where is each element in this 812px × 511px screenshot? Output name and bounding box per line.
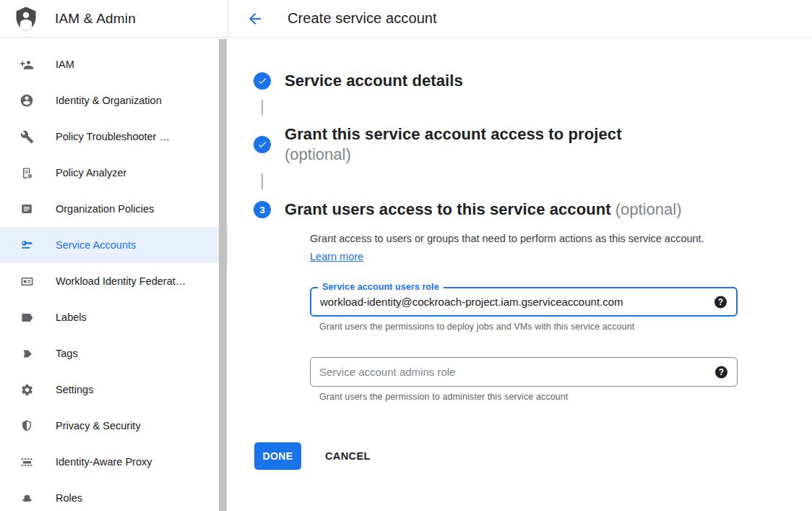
sidebar-item-label: Identity-Aware Proxy (56, 456, 152, 468)
service-account-key-icon (20, 238, 34, 252)
sidebar-item-roles[interactable]: Roles (0, 480, 228, 511)
users-role-field-label: Service account users role (318, 282, 444, 292)
admins-role-field-group: ? Grant users the permission to administ… (310, 357, 812, 402)
description-text: Grant access to users or groups that nee… (310, 233, 704, 244)
step-2: Grant this service account access to pro… (254, 124, 812, 165)
step-3: 3 Grant users access to this service acc… (254, 199, 812, 220)
admins-role-helper-text: Grant users the permission to administer… (310, 392, 812, 402)
admins-role-field-box: ? (310, 357, 738, 387)
sidebar-item-iam[interactable]: IAM (0, 46, 228, 82)
step-1: Service account details (254, 71, 812, 91)
sidebar-item-service-accounts[interactable]: Service Accounts (0, 227, 228, 263)
sidebar-nav: IAM Identity & Organization Policy Troub… (0, 38, 228, 511)
step-3-description: Grant access to users or groups that nee… (310, 230, 713, 266)
sidebar-item-policy-troubleshooter[interactable]: Policy Troubleshooter … (0, 119, 228, 155)
sidebar-item-privacy-security[interactable]: Privacy & Security (0, 408, 228, 444)
page-header: Create service account (228, 0, 812, 38)
sidebar-item-tags[interactable]: Tags (0, 335, 228, 372)
sidebar-item-label: IAM (56, 59, 74, 70)
done-button[interactable]: DONE (254, 442, 301, 470)
stepper-content: Service account details Grant this servi… (228, 38, 812, 470)
proxy-icon (20, 455, 34, 469)
label-icon (20, 310, 34, 325)
policy-analyzer-icon (20, 166, 34, 180)
step-2-title: Grant this service account access to pro… (285, 124, 622, 145)
product-title: IAM & Admin (55, 11, 136, 27)
shield-icon (20, 418, 34, 433)
step-3-optional-label: (optional) (616, 200, 682, 218)
step-2-optional-label: (optional) (285, 145, 622, 165)
step-2-check-icon (254, 136, 271, 153)
users-role-field-group: Service account users role ? Grant users… (310, 287, 812, 332)
tag-icon (20, 346, 34, 361)
help-icon[interactable]: ? (714, 296, 727, 308)
admins-role-input[interactable] (311, 358, 737, 386)
step-3-number-badge: 3 (254, 201, 271, 218)
back-arrow-icon[interactable] (246, 10, 264, 27)
form-actions: DONE CANCEL (254, 442, 812, 470)
badge-card-icon (20, 274, 34, 288)
wrench-icon (20, 129, 34, 144)
help-icon[interactable]: ? (715, 366, 727, 378)
sidebar-item-labels[interactable]: Labels (0, 299, 228, 335)
account-circle-icon (20, 93, 34, 108)
person-add-icon (20, 57, 34, 72)
sidebar-item-settings[interactable]: Settings (0, 372, 228, 408)
sidebar-item-label: Tags (56, 348, 78, 359)
page-title: Create service account (288, 10, 437, 27)
hat-icon (20, 491, 34, 505)
sidebar-item-label: Identity & Organization (56, 95, 162, 106)
step-3-title: Grant users access to this service accou… (285, 200, 611, 218)
sidebar-item-label: Settings (56, 384, 93, 395)
document-lines-icon (20, 202, 34, 216)
gear-icon (20, 382, 34, 397)
sidebar-item-policy-analyzer[interactable]: Policy Analyzer (0, 155, 228, 191)
step-1-check-icon (254, 72, 271, 90)
learn-more-link[interactable]: Learn more (310, 251, 363, 262)
iam-shield-logo-icon (13, 5, 39, 33)
stepper-connector (262, 173, 263, 189)
sidebar-item-label: Labels (56, 312, 87, 323)
sidebar-item-organization-policies[interactable]: Organization Policies (0, 191, 228, 227)
sidebar-item-label: Roles (56, 492, 82, 504)
users-role-helper-text: Grant users the permissions to deploy jo… (310, 322, 812, 332)
sidebar-item-label: Organization Policies (56, 203, 154, 215)
sidebar-item-workload-identity-federation[interactable]: Workload Identity Federat… (0, 263, 228, 299)
sidebar-header: IAM & Admin (0, 0, 228, 38)
sidebar-item-label: Privacy & Security (56, 420, 141, 431)
sidebar-item-label: Policy Analyzer (56, 167, 126, 179)
sidebar-item-label: Policy Troubleshooter … (56, 131, 170, 142)
sidebar-item-identity-organization[interactable]: Identity & Organization (0, 82, 228, 119)
step-1-title: Service account details (285, 72, 463, 90)
cancel-button[interactable]: CANCEL (325, 450, 371, 462)
sidebar-scrollbar-thumb[interactable] (219, 39, 227, 511)
users-role-field-box: Service account users role ? (310, 287, 738, 317)
users-role-input[interactable] (311, 288, 736, 315)
step-3-body: Grant access to users or groups that nee… (310, 230, 812, 470)
main-panel: Create service account Service account d… (228, 0, 812, 511)
sidebar-item-identity-aware-proxy[interactable]: Identity-Aware Proxy (0, 444, 228, 480)
stepper-connector (262, 100, 263, 116)
sidebar: IAM & Admin IAM Identity & Organization … (0, 0, 228, 511)
sidebar-item-label: Workload Identity Federat… (56, 275, 186, 287)
sidebar-item-label: Service Accounts (56, 239, 136, 251)
